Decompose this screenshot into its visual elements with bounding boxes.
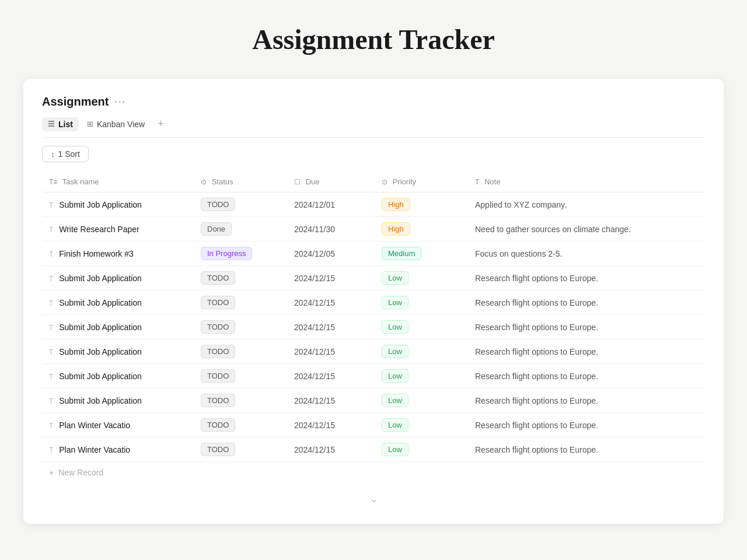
due-date-5: 2024/12/15 (294, 323, 335, 332)
cell-priority-10[interactable]: Low (375, 438, 468, 462)
row-type-icon-6: T (49, 348, 53, 356)
cell-task-10: T Plan Winter Vacatio (42, 438, 194, 462)
note-text-10: Research flight options to Europe. (475, 445, 598, 454)
table-row[interactable]: T Write Research Paper Done 2024/11/30 H… (42, 217, 705, 242)
status-badge-4[interactable]: TODO (201, 296, 235, 309)
tab-kanban[interactable]: ⊞ Kanban View (81, 117, 151, 131)
priority-badge-8[interactable]: Low (382, 394, 409, 407)
cell-status-8[interactable]: TODO (194, 388, 287, 413)
table-row[interactable]: T Submit Job Application TODO 2024/12/15… (42, 364, 705, 388)
cell-note-7: Research flight options to Europe. (468, 364, 705, 388)
status-badge-8[interactable]: TODO (201, 394, 235, 407)
row-type-icon-8: T (49, 397, 53, 405)
row-type-icon-10: T (49, 446, 53, 454)
cell-priority-8[interactable]: Low (375, 388, 468, 413)
row-type-icon-3: T (49, 275, 53, 283)
task-name-4: Submit Job Application (59, 298, 142, 307)
due-date-7: 2024/12/15 (294, 372, 335, 381)
status-badge-0[interactable]: TODO (201, 198, 235, 211)
cell-status-3[interactable]: TODO (194, 266, 287, 290)
cell-status-7[interactable]: TODO (194, 364, 287, 388)
priority-badge-5[interactable]: Low (382, 320, 409, 334)
row-type-icon-4: T (49, 299, 53, 307)
priority-badge-4[interactable]: Low (382, 296, 409, 309)
table-row[interactable]: T Plan Winter Vacatio TODO 2024/12/15 Lo… (42, 438, 705, 462)
status-badge-2[interactable]: In Progress (201, 247, 252, 260)
priority-badge-3[interactable]: Low (382, 271, 409, 285)
table-row[interactable]: T Submit Job Application TODO 2024/12/01… (42, 192, 705, 217)
note-text-1: Need to gather sources on climate change… (475, 225, 631, 234)
cell-status-1[interactable]: Done (194, 217, 287, 242)
cell-priority-6[interactable]: Low (375, 340, 468, 364)
table-row[interactable]: T Finish Homework #3 In Progress 2024/12… (42, 242, 705, 266)
cell-priority-0[interactable]: High (375, 192, 468, 217)
table-row[interactable]: T Submit Job Application TODO 2024/12/15… (42, 315, 705, 340)
due-date-4: 2024/12/15 (294, 298, 335, 307)
new-record-row[interactable]: + New Record (42, 461, 705, 483)
cell-status-0[interactable]: TODO (194, 192, 287, 217)
table-header-row: T≡ Task name ⊙ Status ☐ Due ⊙ Priority T (42, 172, 705, 192)
add-view-button[interactable]: + (153, 117, 169, 131)
cell-due-0: 2024/12/01 (287, 192, 375, 217)
status-col-icon: ⊙ (201, 178, 207, 186)
status-badge-7[interactable]: TODO (201, 369, 235, 383)
cell-priority-4[interactable]: Low (375, 290, 468, 315)
priority-badge-10[interactable]: Low (382, 443, 409, 456)
cell-status-6[interactable]: TODO (194, 340, 287, 364)
priority-badge-7[interactable]: Low (382, 369, 409, 383)
status-badge-1[interactable]: Done (201, 222, 232, 236)
status-badge-5[interactable]: TODO (201, 320, 235, 334)
cell-status-4[interactable]: TODO (194, 290, 287, 315)
cell-priority-5[interactable]: Low (375, 315, 468, 340)
cell-priority-9[interactable]: Low (375, 413, 468, 438)
cell-priority-3[interactable]: Low (375, 266, 468, 290)
table-row[interactable]: T Submit Job Application TODO 2024/12/15… (42, 340, 705, 364)
cell-task-0: T Submit Job Application (42, 192, 194, 217)
cell-priority-7[interactable]: Low (375, 364, 468, 388)
cell-status-2[interactable]: In Progress (194, 242, 287, 266)
task-name-9: Plan Winter Vacatio (59, 421, 130, 430)
due-date-8: 2024/12/15 (294, 396, 335, 405)
cell-due-9: 2024/12/15 (287, 413, 375, 438)
priority-badge-9[interactable]: Low (382, 418, 409, 432)
status-badge-3[interactable]: TODO (201, 271, 235, 285)
cell-task-7: T Submit Job Application (42, 364, 194, 388)
task-name-2: Finish Homework #3 (59, 249, 134, 258)
status-badge-6[interactable]: TODO (201, 345, 235, 358)
status-badge-9[interactable]: TODO (201, 418, 235, 432)
page-title: Assignment Tracker (252, 23, 495, 55)
cell-status-9[interactable]: TODO (194, 413, 287, 438)
tab-list[interactable]: ☰ List (42, 117, 79, 131)
cell-task-6: T Submit Job Application (42, 340, 194, 364)
cell-priority-1[interactable]: High (375, 217, 468, 242)
cell-note-3: Research flight options to Europe. (468, 266, 705, 290)
priority-badge-2[interactable]: Medium (382, 247, 421, 260)
table-row[interactable]: T Plan Winter Vacatio TODO 2024/12/15 Lo… (42, 413, 705, 438)
priority-badge-6[interactable]: Low (382, 345, 409, 358)
status-badge-10[interactable]: TODO (201, 443, 235, 456)
toolbar: ↕ 1 Sort (42, 146, 705, 162)
more-options-icon[interactable]: ··· (114, 97, 125, 107)
cell-priority-2[interactable]: Medium (375, 242, 468, 266)
cell-task-1: T Write Research Paper (42, 217, 194, 242)
cell-status-5[interactable]: TODO (194, 315, 287, 340)
cell-status-10[interactable]: TODO (194, 438, 287, 462)
col-header-priority: ⊙ Priority (375, 172, 468, 192)
sort-button[interactable]: ↕ 1 Sort (42, 146, 89, 162)
col-header-task: T≡ Task name (42, 172, 194, 192)
task-name-7: Submit Job Application (59, 372, 142, 381)
table-row[interactable]: T Submit Job Application TODO 2024/12/15… (42, 388, 705, 413)
note-col-icon: T (475, 178, 479, 186)
due-date-1: 2024/11/30 (294, 225, 335, 234)
table-row[interactable]: T Submit Job Application TODO 2024/12/15… (42, 290, 705, 315)
priority-badge-0[interactable]: High (382, 198, 410, 211)
status-col-label: Status (212, 177, 233, 186)
table-row[interactable]: T Submit Job Application TODO 2024/12/15… (42, 266, 705, 290)
note-text-7: Research flight options to Europe. (475, 372, 598, 381)
priority-badge-1[interactable]: High (382, 222, 410, 236)
task-name-10: Plan Winter Vacatio (59, 445, 130, 454)
task-name-1: Write Research Paper (59, 225, 139, 234)
task-name-5: Submit Job Application (59, 323, 142, 332)
task-name-8: Submit Job Application (59, 396, 142, 405)
due-date-6: 2024/12/15 (294, 347, 335, 356)
